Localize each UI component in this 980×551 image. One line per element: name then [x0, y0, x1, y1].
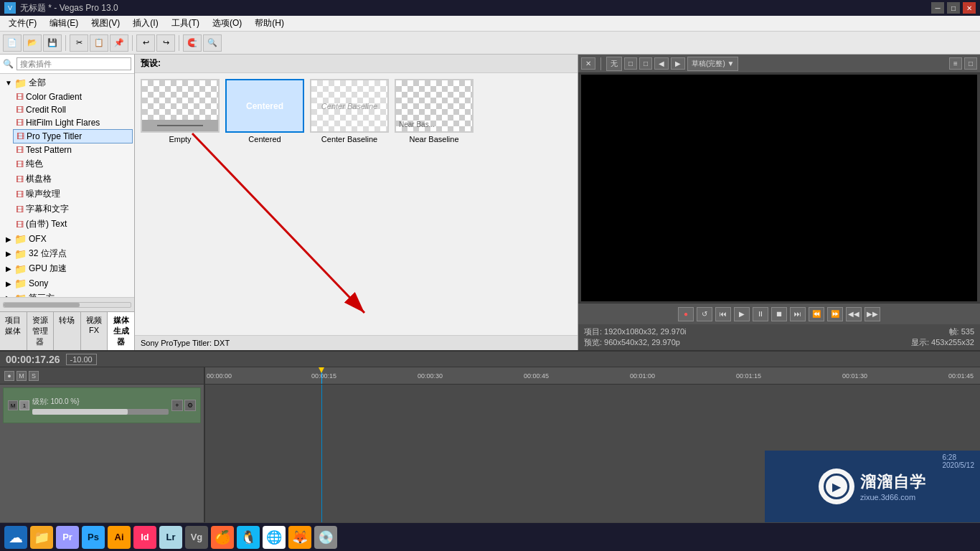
ruler-mark-1: 00:00:15 — [311, 372, 336, 380]
taskbar-icon-chrome[interactable]: 🌐 — [263, 526, 286, 549]
play-btn[interactable]: ▶ — [734, 307, 750, 321]
preview-fwd-btn[interactable]: ▶ — [671, 57, 685, 70]
taskbar-icon-fruit[interactable]: 🍊 — [211, 526, 234, 549]
redo-button[interactable]: ↪ — [156, 34, 175, 52]
tree-item-ofx[interactable]: ▶ 📁 OFX — [1, 232, 133, 246]
new-button[interactable]: 📄 — [3, 34, 22, 52]
save-button[interactable]: 💾 — [43, 34, 62, 52]
expand-icon[interactable]: ▼ — [4, 79, 13, 88]
track-mute-btn[interactable]: M — [17, 371, 27, 381]
prev-mark-btn[interactable]: ⏪ — [809, 307, 824, 321]
snapping-button[interactable]: 🧲 — [183, 34, 202, 52]
tab-video-fx[interactable]: 视频 FX — [81, 312, 108, 350]
preview-none-btn[interactable]: 无 — [606, 57, 622, 71]
next-frame-btn[interactable]: ⏭ — [790, 307, 806, 321]
taskbar-icon-qiniu[interactable]: ☁ — [4, 526, 27, 549]
tree-item-gpu[interactable]: ▶ 📁 GPU 加速 — [1, 261, 133, 276]
track-volume-slider[interactable] — [32, 409, 169, 415]
fast-fwd-btn[interactable]: ▶▶ — [864, 307, 880, 321]
tree-root-all[interactable]: ▼ 📁 全部 — [1, 75, 133, 90]
stop-btn[interactable]: ⏹ — [771, 307, 787, 321]
tree-item-test-pattern[interactable]: 🎞 Test Pattern — [13, 143, 133, 156]
expand-icon-gpu[interactable]: ▶ — [4, 265, 13, 273]
toolbar-sep3 — [179, 35, 179, 51]
preset-center-baseline[interactable]: Center Baseline Center Baseline — [310, 79, 389, 143]
menu-insert[interactable]: 插入(I) — [127, 16, 164, 31]
next-mark-btn[interactable]: ⏩ — [827, 307, 843, 321]
preset-centered[interactable]: Centered Centered — [225, 79, 304, 143]
open-button[interactable]: 📂 — [23, 34, 42, 52]
close-button[interactable]: ✕ — [963, 2, 976, 14]
expand-icon-sony[interactable]: ▶ — [4, 279, 13, 288]
watermark-text: 溜溜自学 zixue.3d66.com — [860, 471, 926, 501]
taskbar-icon-lightroom[interactable]: Lr — [159, 526, 182, 549]
menu-edit[interactable]: 编辑(E) — [44, 16, 84, 31]
preview-back-btn[interactable]: ◀ — [654, 57, 669, 70]
tree-item-checkerboard[interactable]: 🎞 棋盘格 — [13, 171, 133, 187]
paste-button[interactable]: 📌 — [110, 34, 128, 52]
tree-item-sony[interactable]: ▶ 📁 Sony — [1, 276, 133, 291]
menu-file[interactable]: 文件(F) — [3, 16, 42, 31]
copy-button[interactable]: 📋 — [90, 34, 108, 52]
tree-item-credit-roll[interactable]: 🎞 Credit Roll — [13, 103, 133, 116]
minimize-button[interactable]: ─ — [931, 2, 944, 14]
track-mute-icon[interactable]: M — [8, 400, 18, 410]
maximize-button[interactable]: □ — [947, 2, 960, 14]
taskbar-icon-indesign[interactable]: Id — [133, 526, 156, 549]
tree-item-label: Credit Roll — [26, 105, 66, 115]
track-solo-btn[interactable]: S — [29, 371, 39, 381]
search-input[interactable] — [17, 57, 131, 70]
taskbar: ☁ 📁 Pr Ps Ai Id Lr Vg 🍊 🐧 🌐 🦊 💿 — [0, 522, 980, 551]
zoom-button[interactable]: 🔍 — [203, 34, 222, 52]
tree-item-third-party[interactable]: ▶ 📁 第三方 — [1, 291, 133, 297]
cut-button[interactable]: ✂ — [70, 34, 88, 52]
tree-item-solid[interactable]: 🎞 纯色 — [13, 156, 133, 171]
menu-options[interactable]: 选项(O) — [207, 16, 248, 31]
preview-fullscreen-btn[interactable]: □ — [964, 57, 977, 70]
preview-settings-btn[interactable]: ≡ — [949, 57, 962, 70]
menu-view[interactable]: 视图(V) — [85, 16, 126, 31]
taskbar-icon-photoshop[interactable]: Ps — [82, 526, 105, 549]
tab-explorer[interactable]: 资源管理器 — [27, 312, 55, 350]
menu-help[interactable]: 帮助(H) — [249, 16, 290, 31]
tree-item-32bit[interactable]: ▶ 📁 32 位浮点 — [1, 246, 133, 261]
tree-item-noise[interactable]: 🎞 噪声纹理 — [13, 187, 133, 202]
preset-empty[interactable]: Empty — [141, 79, 220, 143]
taskbar-icon-firefox[interactable]: 🦊 — [288, 526, 311, 549]
taskbar-icon-illustrator[interactable]: Ai — [108, 526, 131, 549]
taskbar-icon-disk[interactable]: 💿 — [314, 526, 337, 549]
preview-close-btn[interactable]: ✕ — [581, 57, 595, 70]
tree-item-label: 噪声纹理 — [26, 188, 60, 200]
track-rec-btn[interactable]: ● — [4, 371, 14, 381]
tree-item-builtin-text[interactable]: 🎞 (自带) Text — [13, 217, 133, 232]
preview-quality-btn[interactable]: 草稿(完整) ▼ — [687, 57, 738, 71]
taskbar-icon-vegas[interactable]: Vg — [185, 526, 208, 549]
loop-btn[interactable]: ↺ — [697, 307, 712, 321]
tab-transitions[interactable]: 转场 — [54, 312, 81, 350]
tab-project-media[interactable]: 项目媒体 — [0, 312, 27, 350]
preview-split-btn[interactable]: □ — [624, 57, 637, 70]
tree-item-protype[interactable]: 🎞 Pro Type Titler — [13, 129, 133, 143]
preset-near-baseline[interactable]: Near Bas... Near Baseline — [395, 79, 473, 143]
panels-row: 🔍 ▼ 📁 全部 🎞 Color Gradient 🎞 — [0, 55, 980, 350]
tree-item-color-gradient[interactable]: 🎞 Color Gradient — [13, 90, 133, 103]
track-body: M 1 级别: 100.0 %} — [0, 385, 204, 535]
taskbar-icon-qq[interactable]: 🐧 — [237, 526, 260, 549]
fast-rev-btn[interactable]: ◀◀ — [846, 307, 862, 321]
prev-frame-btn[interactable]: ⏮ — [715, 307, 731, 321]
taskbar-icon-explorer[interactable]: 📁 — [30, 526, 53, 549]
tab-media-gen[interactable]: 媒体生成器 — [108, 312, 134, 350]
track-expand-btn[interactable]: + — [171, 400, 183, 411]
tree-item-label: HitFilm Light Flares — [26, 118, 100, 128]
menu-tools[interactable]: 工具(T) — [166, 16, 205, 31]
record-btn[interactable]: ● — [678, 307, 694, 321]
taskbar-icon-premiere[interactable]: Pr — [56, 526, 79, 549]
undo-button[interactable]: ↩ — [136, 34, 155, 52]
tree-item-hitfilm-flares[interactable]: 🎞 HitFilm Light Flares — [13, 116, 133, 129]
preview-dual-btn[interactable]: □ — [639, 57, 652, 70]
expand-icon-ofx[interactable]: ▶ — [4, 235, 13, 243]
tree-item-titles[interactable]: 🎞 字幕和文字 — [13, 202, 133, 217]
track-settings-btn[interactable]: ⚙ — [184, 400, 196, 411]
expand-icon-32[interactable]: ▶ — [4, 250, 13, 258]
pause-btn[interactable]: ⏸ — [753, 307, 768, 321]
